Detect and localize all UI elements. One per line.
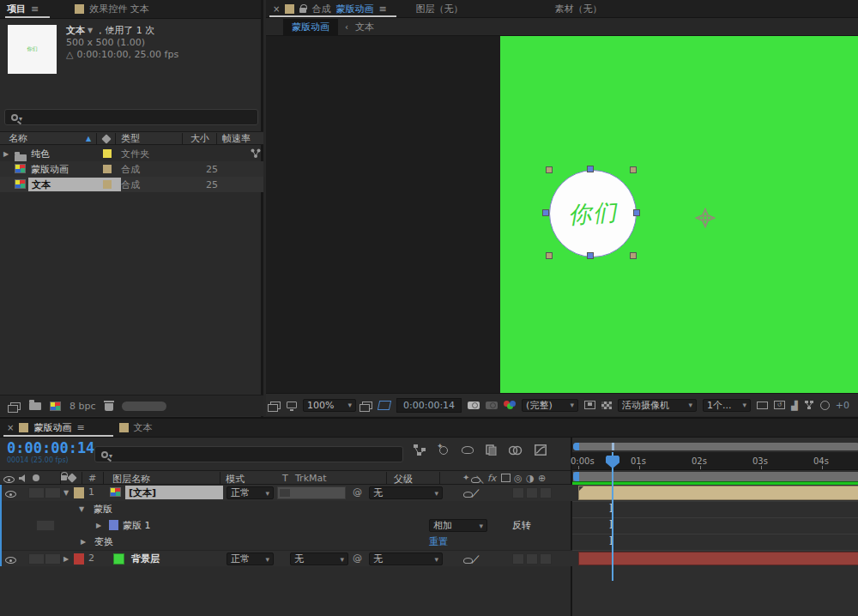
motion-blur-switch-icon[interactable]: ◎ [514,473,523,484]
subtab-text[interactable]: 文本 [355,21,374,33]
new-composition-icon[interactable] [50,402,61,411]
show-snapshot-icon[interactable] [486,402,498,409]
label-column-icon[interactable] [101,134,111,143]
viewer-timecode[interactable]: 0:00:00:14 [396,398,462,413]
bbox-handle-top-right[interactable] [630,166,637,173]
collapse-switch-icon[interactable]: ✦ [462,473,469,482]
view-layout-select[interactable]: 1个...▾ [703,399,751,412]
mask1-mode-select[interactable]: 相加▾ [429,519,487,532]
tab-footage[interactable]: 素材（无） [555,3,602,15]
layer-bar-text[interactable] [578,486,858,500]
adjustment-switch-icon[interactable]: ◑ [526,473,535,484]
layer-row-background[interactable]: ▶ 2 背景层 正常▾ 无▾ @ 无▾ ／ [2,550,572,566]
mask-vertex-bottom[interactable] [587,252,594,259]
project-row-text[interactable]: 文本 合成 25 [0,177,263,192]
solo-column-icon[interactable] [33,474,39,481]
exposure-value[interactable]: +0 [836,400,849,411]
flowchart-icon[interactable] [804,400,814,410]
layer-label-swatch[interactable] [74,553,84,565]
zoom-select[interactable]: 100%▾ [303,399,356,412]
histogram-icon[interactable]: ▟ [791,401,798,410]
column-size[interactable]: 大小 [190,132,209,145]
camera-select[interactable]: 活动摄像机▾ [618,399,697,412]
mask1-label[interactable]: 蒙版 1 [123,519,151,532]
exposure-icon[interactable] [820,401,830,410]
layer1-parent-select[interactable]: 无▾ [369,486,443,499]
label-column-icon[interactable] [67,473,76,482]
frame-blending-icon[interactable] [486,444,497,456]
snapshot-icon[interactable] [468,402,480,409]
item-flyout-icon[interactable]: ▼ [88,27,93,34]
timeline-navigator-bar[interactable] [573,443,858,450]
comp-canvas[interactable]: 你们 [266,36,858,393]
layer-name[interactable]: [文本] [129,486,156,499]
grid-guides-icon[interactable] [757,402,768,409]
label-color-swatch[interactable] [103,149,112,158]
column-fps[interactable]: 帧速率 [222,132,251,145]
resolution-icon[interactable] [584,401,595,409]
region-of-interest-icon[interactable] [362,402,372,409]
collapse-masks-icon[interactable]: ▼ [79,505,84,513]
transparency-grid-icon[interactable] [378,401,391,410]
layer-visibility-icon[interactable] [5,557,16,564]
work-area-bar[interactable] [573,472,858,481]
parent-pickwhip-icon[interactable]: @ [353,553,362,564]
fast-previews-icon[interactable] [601,402,612,409]
masks-group-label[interactable]: 蒙版 [94,503,112,516]
timeline-tab-text[interactable]: 文本 [134,421,153,434]
masked-text-layer[interactable]: 你们 [549,170,637,257]
mask-vertex-left[interactable] [542,209,549,216]
label-color-swatch[interactable] [103,165,112,173]
trkmat-column[interactable]: TrkMat [295,473,327,484]
mask1-inverted-checkbox[interactable]: 反转 [512,519,531,532]
delete-icon[interactable] [105,403,113,411]
mask1-color-swatch[interactable] [109,520,118,530]
expand-icon[interactable]: ▶ [3,150,9,158]
transform-row[interactable]: ▶ 变换 重置 [2,534,572,550]
layer-name-column[interactable]: 图层名称 [112,473,150,486]
new-folder-icon[interactable] [29,402,41,410]
magnification-icon[interactable] [287,402,297,408]
timeline-menu-icon[interactable]: ≡ [76,422,84,433]
channel-select[interactable]: (完整)▾ [522,399,578,412]
quality-switch-icon[interactable]: ＼ [475,473,485,486]
tab-effect-controls[interactable]: 效果控件 文本 [89,3,149,15]
mode-column[interactable]: 模式 [226,473,245,486]
lock-icon[interactable] [299,8,306,13]
expand-layer-icon[interactable]: ▼ [63,489,69,497]
interpret-footage-icon[interactable] [10,402,21,410]
frame-blend-switch-icon[interactable] [501,474,511,482]
layer-quality-icon[interactable]: ／ [471,553,480,565]
current-timecode[interactable]: 0:00:00:14 [7,439,94,456]
column-type[interactable]: 类型 [121,132,140,145]
item-thumbnail[interactable]: 你们 [8,25,57,74]
parent-pickwhip-icon[interactable]: @ [353,486,362,498]
parent-column[interactable]: 父级 [394,473,413,486]
label-color-swatch[interactable] [103,180,112,189]
bbox-handle-bottom-right[interactable] [630,252,637,259]
motion-blur-icon[interactable] [509,445,523,456]
audio-column-icon[interactable] [19,474,28,483]
timeline-tab-mask-anim[interactable]: 蒙版动画 [33,421,71,434]
trkmat-toggle-column[interactable]: T [282,473,288,484]
transform-reset-link[interactable]: 重置 [429,535,448,548]
subtab-chevron-icon[interactable]: ‹ [345,22,348,32]
graph-editor-icon[interactable] [535,444,547,456]
layer-quality-icon[interactable]: ／ [471,486,480,499]
bbox-handle-bottom-left[interactable] [546,252,553,259]
layer-bar-background[interactable] [578,552,858,565]
transform-label[interactable]: 变换 [94,535,113,548]
expand-transform-icon[interactable]: ▶ [81,538,86,546]
layer-label-swatch[interactable] [74,487,84,498]
layer1-mode-select[interactable]: 正常▾ [227,486,274,499]
number-column[interactable]: # [88,473,96,484]
column-name[interactable]: 名称 [9,132,27,145]
tab-layer[interactable]: 图层（无） [416,3,463,15]
bbox-handle-top-left[interactable] [546,166,553,173]
mask1-row[interactable]: ▶ 蒙版 1 相加▾ 反转 [2,517,572,534]
project-panel-menu-icon[interactable]: ≡ [31,3,39,15]
close-tab-icon[interactable]: × [7,423,14,432]
item-name[interactable]: 文本 [66,24,85,37]
layer2-parent-select[interactable]: 无▾ [369,553,443,565]
navigator-handle-left[interactable] [573,443,579,450]
